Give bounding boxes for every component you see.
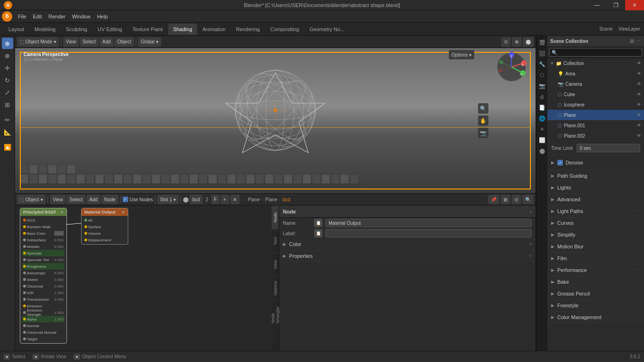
node-add-btn[interactable]: Add (86, 195, 100, 204)
outliner-item-camera[interactable]: 📷 Camera 👁 (547, 79, 644, 89)
cursor-tool-icon[interactable]: ⊗ (2, 50, 13, 61)
color-management-header[interactable]: ▶ Color Management (547, 312, 644, 323)
object-mode-dropdown[interactable]: ⬚ Object Mode ▾ (17, 37, 59, 47)
material-props-icon[interactable]: ⬤ (537, 146, 547, 156)
collection-visibility-icon[interactable]: 👁 (637, 61, 641, 66)
tab-texture-paint[interactable]: Texture Paint (128, 24, 167, 35)
node-display-btn[interactable]: ⊞ (501, 195, 510, 204)
denoise-checkbox[interactable]: ✓ (557, 160, 563, 165)
node-select-btn[interactable]: Select (66, 195, 85, 204)
object-props-icon[interactable]: ⬛ (537, 49, 547, 58)
output-props-icon[interactable]: 🖨 (537, 92, 547, 101)
add-menu-btn[interactable]: Add (99, 37, 114, 47)
node-view-btn[interactable]: View (50, 195, 66, 204)
options-btn[interactable]: Options ▾ (449, 50, 474, 59)
tab-geometry-nodes[interactable]: Geometry No... (305, 24, 349, 35)
menu-file[interactable]: File (15, 13, 29, 20)
material-output-node[interactable]: Material Output ✕ All Surface (81, 208, 128, 245)
properties-section-menu[interactable]: ≡ (529, 254, 532, 258)
rotate-tool-icon[interactable]: ↻ (2, 74, 13, 86)
node-tab-options[interactable]: Options (272, 276, 279, 300)
outliner-item-plane[interactable]: ⬡ Plane 👁 (547, 110, 644, 120)
transform-dropdown[interactable]: Global ▾ (138, 37, 161, 47)
node-tab-wrangler[interactable]: Node Wrangler (272, 300, 279, 323)
select-menu-btn[interactable]: Select (80, 37, 99, 47)
plane-visibility-icon[interactable]: 👁 (637, 113, 641, 117)
tab-modeling[interactable]: Modeling (30, 24, 60, 35)
scene-props2-icon[interactable]: 🌐 (537, 114, 547, 123)
label-copy-icon[interactable]: 📋 (314, 229, 322, 238)
tab-sculpting[interactable]: Sculpting (61, 24, 92, 35)
outliner-item-icosphere[interactable]: ⬡ Icosphere 👁 (547, 99, 644, 110)
motion-blur-header[interactable]: ▶ Motion Blur (547, 241, 644, 252)
menu-render[interactable]: Render (46, 13, 68, 20)
scale-tool-icon[interactable]: ⤢ (2, 87, 13, 98)
color-section-menu[interactable]: ≡ (529, 242, 532, 247)
area-visibility-icon[interactable]: 👁 (637, 71, 641, 76)
viewport-zoom-in[interactable]: 🔍 (478, 103, 488, 114)
scene-props-icon[interactable]: 🎬 (537, 38, 547, 47)
slot-dropdown[interactable]: Slot 1 ▾ (157, 195, 179, 204)
viewport-gizmo[interactable]: X Y Z (496, 52, 527, 83)
camera-visibility-icon[interactable]: 👁 (637, 82, 641, 86)
viewport-camera[interactable]: 📷 (478, 128, 488, 138)
app-logo[interactable]: B (2, 11, 12, 22)
menu-window[interactable]: Window (69, 13, 93, 20)
minimize-button[interactable]: — (587, 0, 606, 10)
window-controls[interactable]: — ❐ ✕ (587, 0, 644, 10)
outliner-filter-icon[interactable]: ⊞ (630, 38, 634, 44)
annotate-tool-icon[interactable]: ✏ (2, 114, 13, 125)
color-section-header[interactable]: ▶ Color ≡ (279, 239, 536, 250)
simplify-header[interactable]: ▶ Simplify (547, 229, 644, 240)
use-nodes-toggle[interactable]: ✓ Use Nodes (123, 197, 153, 202)
close-button[interactable]: ✕ (625, 0, 644, 10)
light-paths-header[interactable]: ▶ Light Paths ⋯ (547, 206, 644, 217)
outliner-display-icon[interactable]: ⋯ (636, 38, 641, 44)
tab-shading[interactable]: Shading (168, 24, 197, 35)
object-menu-btn[interactable]: Object (115, 37, 134, 47)
view-layer-props-icon[interactable]: 📑 (537, 103, 547, 112)
tab-rendering[interactable]: Rendering (231, 24, 264, 35)
properties-section-header[interactable]: ▶ Properties ≡ (279, 250, 536, 262)
outliner-item-cube[interactable]: ⬡ Cube 👁 (547, 89, 644, 99)
node-props-menu[interactable]: ≡ (529, 209, 532, 214)
gizmo-btn[interactable]: ⊕ (512, 37, 521, 47)
film-header[interactable]: ▶ Film (547, 253, 644, 264)
node-name-value[interactable]: Material Output (325, 219, 532, 227)
new-material-btn[interactable]: + (221, 195, 229, 204)
breadcrumb-plane2[interactable]: Plane (265, 197, 278, 202)
light-paths-menu[interactable]: ⋯ (636, 209, 640, 214)
tab-animation[interactable]: Animation (198, 24, 231, 35)
advanced-header[interactable]: ▶ Advanced (547, 194, 644, 205)
view-menu-btn[interactable]: View (63, 37, 79, 47)
outliner-item-plane001[interactable]: ⬡ Plane.001 👁 (547, 120, 644, 131)
world-props-icon[interactable]: ☀ (537, 124, 547, 134)
node-tab-view[interactable]: View (272, 253, 279, 276)
node-zoom-btn[interactable]: 🔍 (522, 195, 534, 204)
pin-btn[interactable]: 📌 (488, 195, 499, 204)
viewport-shading-btn[interactable]: ⬤ (523, 37, 534, 47)
breadcrumb-plane1[interactable]: Plane (248, 197, 260, 202)
menu-help[interactable]: Help (94, 13, 111, 20)
output-close-icon[interactable]: ✕ (122, 210, 125, 214)
add-tool-icon[interactable]: 🔼 (2, 141, 13, 153)
menu-edit[interactable]: Edit (30, 13, 45, 20)
time-limit-value[interactable]: 0 sec (577, 144, 640, 152)
node-editor-type[interactable]: ⬚ Object ▾ (17, 195, 46, 204)
node-tab-tool[interactable]: Tool (272, 229, 279, 253)
plane001-visibility-icon[interactable]: 👁 (637, 123, 641, 128)
viewport-move[interactable]: ✋ (478, 115, 488, 126)
move-tool-icon[interactable]: ✛ (2, 62, 13, 74)
use-nodes-checkbox[interactable]: ✓ (123, 197, 128, 202)
cube-visibility-icon[interactable]: 👁 (637, 92, 641, 97)
transform-tool-icon[interactable]: ⊞ (2, 99, 13, 110)
icosphere-visibility-icon[interactable]: 👁 (637, 102, 641, 107)
name-copy-icon[interactable]: 📋 (314, 219, 322, 227)
node-close-icon[interactable]: ✕ (60, 210, 64, 214)
node-overlay-btn[interactable]: ⊙ (512, 195, 521, 204)
performance-menu[interactable]: ⋯ (636, 268, 640, 272)
node-tab-node[interactable]: Node (272, 206, 279, 229)
plane002-visibility-icon[interactable]: 👁 (637, 133, 641, 138)
node-label-value[interactable] (325, 229, 532, 238)
render-props-icon[interactable]: 📷 (537, 81, 547, 90)
